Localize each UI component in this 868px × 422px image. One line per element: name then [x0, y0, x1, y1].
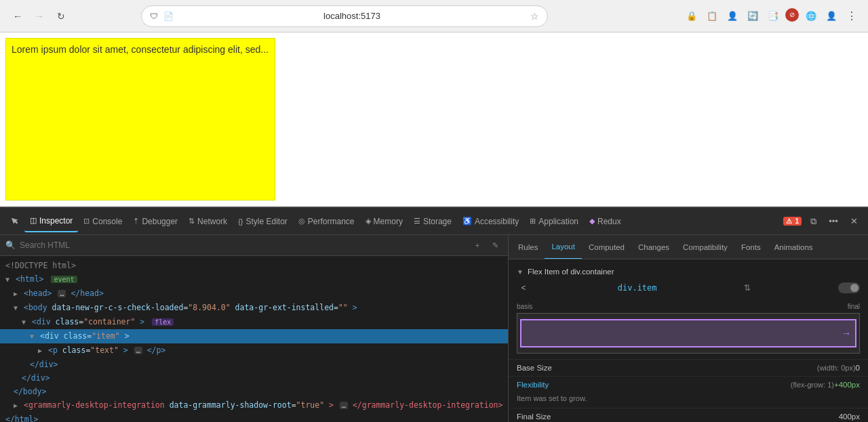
- html-line-body[interactable]: ▼ <body data-new-gr-c-s-check-loaded="8.…: [0, 301, 508, 315]
- tab-rules[interactable]: Rules: [511, 235, 545, 259]
- dock-button[interactable]: ⧉: [804, 213, 822, 230]
- html-line-div-container[interactable]: ▼ <div class="container" > flex: [0, 315, 508, 329]
- tab-computed[interactable]: Computed: [582, 235, 631, 259]
- flex-viz-final-label: final: [848, 303, 860, 310]
- flex-viz-arrow-icon: →: [842, 328, 851, 339]
- flex-viz-basis-label: basis: [517, 303, 532, 310]
- error-count: 1: [795, 217, 799, 225]
- ext-icon-4[interactable]: 🔄: [745, 8, 761, 24]
- html-tree: <!DOCTYPE html> ▼ <html> event ▶ <head> …: [0, 256, 508, 422]
- element-picker-button[interactable]: [5, 212, 24, 231]
- forward-button[interactable]: →: [30, 7, 49, 26]
- layout-inspector-panel: Rules Layout Computed Changes Compatibil…: [509, 235, 868, 422]
- base-size-value: 0: [856, 364, 860, 372]
- more-tools-button[interactable]: •••: [825, 213, 842, 230]
- add-node-button[interactable]: +: [470, 238, 485, 253]
- flexibility-label: Flexibility: [517, 381, 788, 389]
- ext-icon-7[interactable]: 👤: [823, 8, 840, 24]
- html-line-doctype[interactable]: <!DOCTYPE html>: [0, 259, 508, 272]
- reload-button[interactable]: ↻: [52, 7, 71, 26]
- browser-extensions: 🔒 📋 👤 🔄 📑 ⊘ 🌐 👤 ⋮: [684, 8, 860, 24]
- tab-memory[interactable]: ◈ Memory: [360, 211, 408, 232]
- tab-network-label: Network: [197, 217, 227, 226]
- tab-accessibility-label: Accessibility: [475, 217, 519, 226]
- final-size-row: Final Size 400px: [509, 408, 868, 422]
- console-icon: ⊡: [83, 217, 90, 226]
- devtools-panel: ◫ Inspector ⊡ Console ⇡ Debugger ⇅ Netwo…: [0, 207, 868, 422]
- tab-console-label: Console: [92, 217, 122, 226]
- debugger-icon: ⇡: [133, 217, 139, 226]
- html-line-close-container[interactable]: </div>: [0, 371, 508, 385]
- tab-inspector[interactable]: ◫ Inspector: [24, 211, 78, 232]
- storage-icon: ☰: [414, 217, 420, 226]
- tab-layout-label: Layout: [551, 242, 575, 251]
- menu-icon[interactable]: ⋮: [844, 8, 860, 24]
- tab-animations[interactable]: Animations: [768, 235, 820, 259]
- error-count-badge: ⚠ 1: [783, 217, 802, 226]
- tab-fonts[interactable]: Fonts: [734, 235, 768, 259]
- html-search-input[interactable]: [20, 240, 466, 250]
- tab-debugger-label: Debugger: [142, 217, 178, 226]
- html-line-div-item[interactable]: ▼ <div class="item" >: [0, 329, 508, 343]
- ext-icon-6[interactable]: 🌐: [803, 8, 819, 24]
- html-line-head[interactable]: ▶ <head> … </head>: [0, 287, 508, 301]
- ext-icon-5[interactable]: 📑: [765, 8, 781, 24]
- tab-accessibility[interactable]: ♿ Accessibility: [457, 211, 524, 232]
- flex-viz-box: →: [517, 313, 860, 354]
- tab-performance[interactable]: ◎ Performance: [293, 211, 360, 232]
- tab-application-label: Application: [538, 217, 578, 226]
- html-line-grammarly[interactable]: ▶ <grammarly-desktop-integration data-gr…: [0, 398, 508, 413]
- ext-icon-blocked[interactable]: ⊘: [785, 8, 799, 22]
- page-text: Lorem ipsum dolor sit amet, consectetur …: [12, 44, 269, 55]
- address-bar[interactable]: 🛡 📄 localhost:5173 ☆: [141, 5, 548, 27]
- application-icon: ⊞: [530, 217, 536, 226]
- html-line-close-html[interactable]: </html>: [0, 413, 508, 422]
- tab-memory-label: Memory: [374, 217, 403, 226]
- flex-viz-inner-bar: →: [520, 319, 856, 347]
- tab-redux[interactable]: ◆ Redux: [584, 211, 627, 232]
- tab-debugger[interactable]: ⇡ Debugger: [127, 211, 183, 232]
- tab-application[interactable]: ⊞ Application: [524, 211, 584, 232]
- tab-storage[interactable]: ☰ Storage: [408, 211, 457, 232]
- flexibility-desc-text: Item was set to grow.: [517, 394, 587, 402]
- nav-buttons: ← → ↻: [8, 7, 71, 26]
- tab-layout[interactable]: Layout: [545, 235, 582, 259]
- error-icon: ⚠: [786, 217, 792, 225]
- flex-item-section-header[interactable]: ▼ Flex Item of div.container: [509, 265, 868, 278]
- tab-network[interactable]: ⇅ Network: [183, 211, 233, 232]
- html-line-close-body[interactable]: </body>: [0, 385, 508, 398]
- html-line-p-text[interactable]: ▶ <p class="text" > … </p>: [0, 343, 508, 358]
- base-size-detail: (width: 0px): [817, 364, 856, 372]
- style-editor-icon: {}: [238, 217, 243, 226]
- tab-computed-label: Computed: [589, 243, 625, 251]
- close-devtools-button[interactable]: ✕: [845, 213, 863, 230]
- tab-style-editor-label: Style Editor: [245, 217, 287, 226]
- ext-icon-3[interactable]: 👤: [724, 8, 741, 24]
- html-search-icon: 🔍: [5, 240, 16, 250]
- layout-content: ▼ Flex Item of div.container < div.item …: [509, 259, 868, 422]
- eyedropper-button[interactable]: ✎: [488, 238, 502, 253]
- network-icon: ⇅: [189, 217, 195, 226]
- tab-rules-label: Rules: [518, 243, 538, 251]
- html-line-html[interactable]: ▼ <html> event: [0, 272, 508, 287]
- nav-prev-button[interactable]: <: [517, 281, 530, 295]
- final-size-label: Final Size: [517, 413, 839, 421]
- redux-icon: ◆: [589, 217, 595, 226]
- element-visibility-toggle[interactable]: [838, 282, 860, 293]
- tab-style-editor[interactable]: {} Style Editor: [233, 211, 293, 232]
- ext-icon-1[interactable]: 🔒: [684, 8, 700, 24]
- tab-console[interactable]: ⊡ Console: [78, 211, 127, 232]
- flex-item-arrow: ▼: [517, 268, 524, 276]
- flex-item-section-title: Flex Item of div.container: [528, 268, 614, 276]
- tab-changes[interactable]: Changes: [631, 235, 676, 259]
- flexibility-detail: (flex-grow: 1): [791, 381, 834, 389]
- flexibility-value: +400px: [834, 381, 860, 389]
- element-sort-icon: ⇅: [744, 283, 751, 293]
- ext-icon-2[interactable]: 📋: [704, 8, 720, 24]
- back-button[interactable]: ←: [8, 7, 27, 26]
- bookmark-icon[interactable]: ☆: [530, 11, 539, 22]
- tab-compatibility[interactable]: Compatibility: [676, 235, 734, 259]
- page-icon: 📄: [163, 12, 174, 21]
- final-size-value: 400px: [839, 413, 860, 421]
- html-line-close-item[interactable]: </div>: [0, 358, 508, 371]
